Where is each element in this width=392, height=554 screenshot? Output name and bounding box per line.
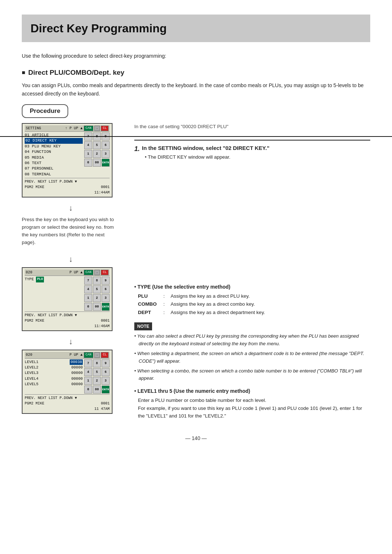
s3-key-4[interactable]: 4 [84,368,92,376]
level-section: • LEVEL1 thru 5 (Use the numeric entry m… [134,387,370,420]
key-3[interactable]: 3 [102,150,110,158]
arrow-down-2: ↓ [22,253,120,265]
procedure-label: Procedure [22,104,68,118]
menu-row-6: 07 PERSONNEL [25,166,83,171]
screen2-body: TYPE PLU 7 8 9 4 5 6 1 2 3 0 00 ENTR [25,277,110,311]
screen1-body: 01 ARTICLE 02 DIRECT KEY 03 PLU MENU KEY… [25,133,110,177]
s3-key-6[interactable]: 6 [102,368,110,376]
step1-block: 1. In the SETTING window, select "02 DIR… [134,140,370,161]
menu-row-4: 05 MEDIA [25,155,83,160]
key-6[interactable]: 6 [102,141,110,149]
intro-text: Use the following procedure to select di… [22,52,370,60]
screen-3: 020 P UP ▲ CAN . CL LEVEL100038 LEVEL200… [22,350,113,414]
level-desc: Enter a PLU number or combo table number… [138,396,370,420]
dot-btn[interactable]: . [94,126,100,131]
note1: • You can also select a direct PLU key b… [134,333,370,348]
screen3-body: LEVEL100038 LEVEL200000 LEVEL300000 LEVE… [25,359,110,394]
menu-row-3: 04 FUNCTION [25,149,83,155]
section-desc: You can assign PLUs, combo meals and dep… [22,81,370,98]
step1-content: In the SETTING window, select "02 DIRECT… [142,144,370,161]
s2-key-2[interactable]: 2 [93,294,101,302]
screen3-cl-btn[interactable]: CL [101,352,109,358]
screen2-type-row: TYPE PLU [25,277,83,282]
screen2-top-right: P UP ▲ CAN . CL [70,270,109,276]
note3: • When selecting a combo, the screen on … [134,367,370,383]
can-btn[interactable]: CAN [84,126,93,131]
s2-key-00[interactable]: 00 [93,303,101,311]
screen3-time: 11 47AM [94,407,110,411]
type-combo-desc: Assigns the key as a direct combo key. [171,300,370,309]
screen1-title: SETTING [26,126,41,131]
s2-key-4[interactable]: 4 [84,285,92,293]
screen3-title: 020 [26,352,32,358]
s2-key-8[interactable]: 8 [93,277,101,285]
screen2-bottom: PREV. NEXT LIST P.DOWN ▼ PGM2 MIKE 0001 … [25,311,110,329]
s3-key-2[interactable]: 2 [93,377,101,385]
level-desc2: For example, if you want to use this key… [138,404,370,420]
s2-key-9[interactable]: 9 [102,277,110,285]
key-4[interactable]: 4 [84,141,92,149]
arrow-down-3: ↓ [22,335,120,347]
s2-key-3[interactable]: 3 [102,294,110,302]
screen3-keys: 7 8 9 4 5 6 1 2 3 0 00 ENTR [84,359,110,394]
key-2[interactable]: 2 [93,150,101,158]
note2: • When selecting a department, the scree… [134,350,370,365]
screen3-arrows: P UP ▲ [70,352,83,358]
menu-row-1: 02 DIRECT KEY [25,138,83,143]
s2-key-0[interactable]: 0 [84,303,92,311]
s2-key-7[interactable]: 7 [84,277,92,285]
screen3-top-bar: 020 P UP ▲ CAN . CL [25,352,110,359]
screen2-dot-btn[interactable]: . [94,270,100,276]
spacer [134,167,370,283]
screen2-can-btn[interactable]: CAN [84,270,93,276]
key-entr[interactable]: ENTR [102,159,110,167]
screen2-time: 11:46AM [94,324,110,328]
s2-key-5[interactable]: 5 [93,285,101,293]
key-00[interactable]: 00 [93,159,101,167]
s2-key-1[interactable]: 1 [84,294,92,302]
left-column: SETTING ↑ P UP ▲ CAN . CL 01 ARTICLE 02 … [22,123,120,418]
cl-btn[interactable]: CL [101,126,109,131]
screen1-arrows: ↑ P UP ▲ [65,126,83,131]
level-desc1: Enter a PLU number or combo table number… [138,396,370,404]
key-1[interactable]: 1 [84,150,92,158]
s3-key-9[interactable]: 9 [102,359,110,367]
screen3-dot-btn[interactable]: . [94,352,100,358]
type-plu-desc: Assigns the key as a direct PLU key. [171,292,370,301]
screen1-time: 11:44AM [94,191,110,195]
step1-text: In the SETTING window, select "02 DIRECT… [142,145,269,151]
screen3-level5: LEVEL500000 [25,382,83,387]
s3-key-8[interactable]: 8 [93,359,101,367]
screen2-cl-btn[interactable]: CL [101,270,109,276]
screen2-keys: 7 8 9 4 5 6 1 2 3 0 00 ENTR [84,277,110,311]
note-section: NOTE • You can also select a direct PLU … [134,322,370,382]
type-table: PLU : Assigns the key as a direct PLU ke… [138,292,370,317]
s3-key-7[interactable]: 7 [84,359,92,367]
page-number: — 140 — [22,435,370,442]
s3-key-3[interactable]: 3 [102,377,110,385]
type-heading: • TYPE (Use the selective entry method) [134,283,370,291]
screen2-menu: TYPE PLU [25,277,84,311]
screen2-arrows: P UP ▲ [70,270,83,276]
screen1-keys: 7 8 9 4 5 6 1 2 3 0 00 ENTR [84,133,110,167]
s3-key-entr[interactable]: ENTR [102,386,110,394]
type-dept-key: DEPT [138,309,163,317]
key-0[interactable]: 0 [84,159,92,167]
s2-key-6[interactable]: 6 [102,285,110,293]
screen2-type-label: TYPE [25,277,34,282]
screen2-title: 020 [26,270,32,276]
s3-key-1[interactable]: 1 [84,377,92,385]
key-5[interactable]: 5 [93,141,101,149]
screen3-can-btn[interactable]: CAN [84,352,93,358]
s2-key-entr[interactable]: ENTR [102,303,110,311]
screen3-nav: PREV. NEXT LIST P.DOWN ▼ [25,395,77,401]
s3-key-00[interactable]: 00 [93,386,101,394]
screen1-code: 0001 [101,184,110,190]
screen1-top-bar: SETTING ↑ P UP ▲ CAN . CL [25,125,110,132]
s3-key-0[interactable]: 0 [84,386,92,394]
s3-key-5[interactable]: 5 [93,368,101,376]
page-title: Direct Key Programming [30,22,167,35]
section-heading: Direct PLU/COMBO/Dept. key [22,68,370,78]
step1-content-row: 1. In the SETTING window, select "02 DIR… [134,144,370,161]
screen3-bottom: PREV. NEXT LIST P.DOWN ▼ PGM2 MIKE 0001 … [25,394,110,412]
